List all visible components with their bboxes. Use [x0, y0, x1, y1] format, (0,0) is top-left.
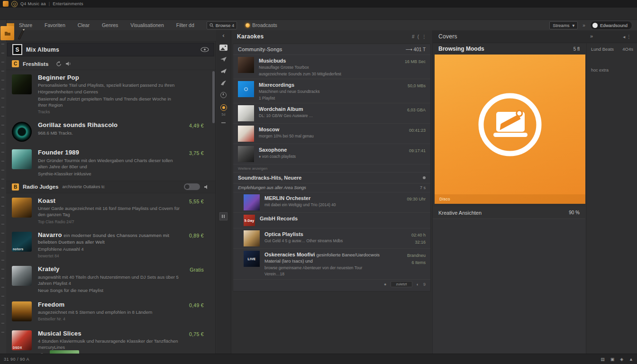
- narrow-column-chevrons-icon[interactable]: »: [590, 33, 593, 39]
- tick-marks: [1, 44, 4, 337]
- left-scrollbar-thumb[interactable]: [212, 71, 215, 123]
- list-item[interactable]: Beginner Pop Personalisierte Titel und P…: [6, 70, 215, 118]
- album-art-thumbnail[interactable]: [12, 149, 32, 169]
- item-title[interactable]: GmbH Records: [260, 216, 298, 221]
- hash-icon[interactable]: #: [412, 34, 415, 39]
- list-item[interactable]: 5-Day GmbH Records: [233, 213, 430, 228]
- item-title[interactable]: Optica Playlists: [264, 231, 303, 237]
- active-orange-badge-icon[interactable]: [220, 104, 227, 111]
- item-title[interactable]: Beginner Pop: [38, 74, 79, 81]
- browsing-moods-header[interactable]: Browsing Moods 5 fl: [433, 43, 585, 55]
- album-art-placeholder[interactable]: Disco: [435, 55, 585, 204]
- item-title[interactable]: Founder 1989: [38, 149, 79, 156]
- item-title[interactable]: Krately: [38, 265, 59, 273]
- list-item[interactable]: DSDX Musical Slices 4 Stunden Klaviermus…: [6, 326, 215, 354]
- grid-icon[interactable]: [219, 212, 228, 220]
- chevrons-icon[interactable]: »: [582, 23, 585, 28]
- more-options-icon[interactable]: ⋮: [422, 34, 427, 39]
- album-art-thumbnail[interactable]: [12, 301, 32, 321]
- status-rows-icon[interactable]: ▤: [601, 357, 605, 362]
- toolbar-link-visualisations[interactable]: Visualisationen: [130, 22, 164, 28]
- active-library-icon[interactable]: [0, 26, 14, 40]
- show-more-link[interactable]: Weitere anzeigen: [233, 164, 430, 172]
- item-title[interactable]: Koast: [38, 197, 55, 204]
- section-options-icon[interactable]: [423, 176, 426, 179]
- track-thumbnail[interactable]: [238, 146, 254, 162]
- item-title[interactable]: Moscow: [259, 127, 279, 132]
- eye-icon[interactable]: [200, 47, 209, 52]
- list-item[interactable]: MERLIN Orchester mit dabei ein Weltgig u…: [233, 192, 430, 213]
- status-chart-icon[interactable]: ▲: [629, 357, 633, 362]
- list-item[interactable]: Musicbuds Neuauflage Grosse Tourbox ausg…: [233, 55, 430, 79]
- toolbar-link-filter[interactable]: Filter dd: [176, 22, 194, 28]
- radio-judges-section-header[interactable]: B Radio Judges archivierte Outtakes tc: [6, 181, 215, 193]
- creative-views-row[interactable]: Kreative Ansichten 90 %: [433, 207, 585, 219]
- toolbar-link-clear[interactable]: Clear: [78, 22, 90, 28]
- speaker-icon[interactable]: [65, 61, 71, 66]
- toolbar-link-favorites[interactable]: Favoriten: [45, 22, 65, 28]
- left-tick-rail[interactable]: [0, 20, 7, 354]
- status-diamond-icon[interactable]: ◈: [620, 357, 623, 362]
- track-thumbnail[interactable]: [244, 230, 260, 246]
- item-title[interactable]: Gorillaz sounds Rihascolo: [38, 121, 118, 128]
- track-thumbnail[interactable]: [244, 194, 260, 210]
- refresh-icon[interactable]: [56, 61, 62, 67]
- list-item[interactable]: Freedom ausgezeichnet mit 5 Sternen und …: [6, 297, 215, 326]
- search-input[interactable]: Browse 4: [207, 21, 237, 29]
- track-thumbnail[interactable]: [238, 57, 254, 73]
- list-item[interactable]: Moscow morgen 10% bei 50 mal genau 00:41…: [233, 124, 430, 144]
- bracket-icon[interactable]: (: [418, 34, 419, 39]
- list-item[interactable]: Saxophone ♦ von coach playlists 09:17:41: [233, 144, 430, 164]
- list-item[interactable]: ◯ Mixrecordings Maschinen und neue Sound…: [233, 79, 430, 103]
- list-item[interactable]: Krately ausgewählt mit 40 Titeln durch N…: [6, 262, 215, 297]
- album-art-thumbnail[interactable]: [12, 74, 32, 94]
- list-item[interactable]: Koast Unser Garde ausgezeichnet mit 16 f…: [6, 193, 215, 228]
- toolbar-link-genres[interactable]: Genres: [102, 22, 118, 28]
- track-thumbnail[interactable]: 5-Day: [244, 215, 255, 226]
- send-icon[interactable]: [220, 57, 227, 62]
- track-thumbnail[interactable]: ◯: [238, 81, 254, 97]
- community-songs-header[interactable]: Community-Songs ⟶ 401 T: [233, 44, 430, 55]
- user-account-button[interactable]: Edwardsound: [590, 21, 632, 30]
- toolbar-link-broadcasts[interactable]: Broadcasts: [252, 22, 277, 28]
- chevron-left-icon[interactable]: ‹: [222, 32, 224, 38]
- speaker-icon[interactable]: [204, 184, 209, 190]
- left-panel-header[interactable]: S Mix Albums: [7, 43, 214, 56]
- image-icon[interactable]: [219, 45, 228, 51]
- clock-icon[interactable]: [220, 92, 227, 98]
- item-title[interactable]: Mixrecordings: [259, 82, 294, 88]
- album-art-thumbnail[interactable]: DSDX: [12, 330, 32, 350]
- plane-icon[interactable]: [220, 68, 227, 74]
- album-art-thumbnail[interactable]: [12, 198, 32, 218]
- list-item[interactable]: Optica Playlists Gut Geld 4 5 g ausw… Ot…: [233, 228, 430, 249]
- list-item[interactable]: Gorillaz sounds Rihascolo 968.6 MB Track…: [6, 118, 215, 145]
- bird-icon[interactable]: [220, 80, 227, 86]
- item-title[interactable]: Navarro: [38, 231, 62, 238]
- item-title[interactable]: Saxophone: [259, 147, 287, 153]
- header-icons[interactable]: ◂ ⋮: [623, 34, 631, 39]
- dot-icon[interactable]: ●: [384, 282, 386, 287]
- soundtracks-section-header[interactable]: Soundtracks-Hits, Neuere: [233, 172, 430, 183]
- track-thumbnail[interactable]: [238, 126, 254, 142]
- list-item[interactable]: Wordchain Album DL: 10 GB/W Geo Ausware …: [233, 103, 430, 124]
- track-thumbnail[interactable]: LIVE: [244, 251, 260, 267]
- track-thumbnail[interactable]: [238, 105, 254, 121]
- item-title[interactable]: Musical Slices: [38, 330, 82, 337]
- album-art-thumbnail[interactable]: notors: [12, 232, 32, 252]
- recent-pill-button[interactable]: zuletzt: [391, 281, 412, 287]
- album-art-thumbnail[interactable]: [12, 122, 32, 142]
- freshlists-section-header[interactable]: C Freshlists: [6, 58, 215, 70]
- list-item[interactable]: LIVE Oskeeracies Moofivi gesinfolierte B…: [233, 249, 430, 279]
- item-title[interactable]: MERLIN Orchester: [264, 195, 310, 201]
- list-item[interactable]: Founder 1989 Der Gründer Tourmix mit den…: [6, 145, 215, 180]
- item-title[interactable]: Freedom: [38, 301, 64, 308]
- half-circle-icon[interactable]: ◐: [417, 282, 419, 287]
- item-title[interactable]: Musicbuds: [259, 58, 286, 64]
- status-panel-icon[interactable]: ▣: [610, 357, 615, 362]
- item-title[interactable]: Oskeeracies Moofivi: [264, 252, 315, 257]
- album-art-thumbnail[interactable]: [12, 266, 32, 286]
- item-title[interactable]: Wordchain Album: [259, 106, 303, 112]
- list-item[interactable]: notors Navarro ein moderner Sound des Ch…: [6, 228, 215, 262]
- streams-dropdown-button[interactable]: Streams ▾: [549, 21, 578, 29]
- section-toggle[interactable]: [184, 183, 200, 190]
